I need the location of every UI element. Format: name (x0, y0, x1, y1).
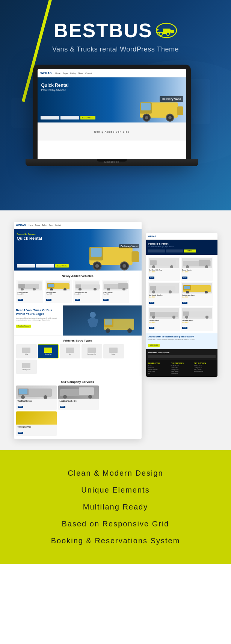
ss-services-grid: Van Bus Rentals MORE Loading (16, 385, 139, 436)
svg-rect-66 (79, 387, 94, 395)
pickup-icon (109, 348, 118, 353)
feature-unique-elements: Unique Elements (81, 486, 149, 494)
svg-rect-39 (48, 284, 54, 287)
ss-small-search: SEARCH (148, 249, 216, 252)
svg-point-80 (169, 290, 172, 293)
body-type-delivery-truck: Delivery Truck (16, 360, 37, 374)
svg-point-89 (172, 316, 175, 319)
body-type-moving-van: Moving Van (38, 344, 59, 358)
ss-small-header: WEKAS (146, 233, 217, 240)
ss-body-types-title: Vehicles Body Types (16, 339, 139, 342)
screenshot-small: WEKAS Vehicle's Fleet Our fleet starts f… (146, 233, 217, 377)
utility-icon (22, 348, 30, 353)
screen-form-area: Browse Vehicles (41, 116, 95, 119)
vehicle-price-1: From $0.0 (18, 293, 42, 295)
body-type-utility: Utility (16, 344, 37, 358)
svg-rect-83 (184, 286, 190, 289)
ss-small-time-input (166, 249, 183, 252)
svg-point-67 (63, 395, 67, 399)
svg-rect-57 (105, 319, 112, 325)
ss-small-v-img-1 (149, 258, 179, 268)
vehicle-img-3 (75, 281, 99, 290)
ss-large-nav: Home Pages Gallery News Contact (29, 224, 61, 226)
vehicle-card-1: Rolling Trucks From $0.0 RENT (16, 280, 43, 303)
svg-point-51 (90, 312, 96, 318)
ss-small-nl-input (148, 355, 216, 358)
passenger-van-icon (88, 348, 96, 353)
body-type-passenger-van: Passenger Van (82, 344, 102, 358)
ss-services: Our Company Services Van Bus Rentals (14, 377, 142, 439)
ss-vehicles-grid: Rolling Trucks From $0.0 RENT (16, 280, 139, 303)
ss-small-pickup-input (148, 249, 165, 252)
ss-small-fleet-title: Vehicle's Fleet (148, 242, 216, 245)
svg-point-23 (168, 116, 172, 119)
feature-clean-design: Clean & Modern Design (68, 469, 163, 478)
svg-rect-10 (159, 29, 163, 32)
vehicle-card-4: Dump Trucks From $0.0 RENT (102, 280, 129, 303)
ss-rent-image (63, 305, 142, 336)
ss-small-fleet-sub: Our fleet starts from 3yrs, 5yrs, & 2015 (148, 246, 216, 248)
svg-rect-91 (183, 311, 189, 316)
vehicle-price-2: From $0.0 (46, 293, 70, 295)
screen-hero-sub: Powered by Advance (41, 89, 69, 91)
ss-small-vehicle-3: 4x2 Single Cab Troy Save 70.00 RENT (148, 282, 180, 306)
ss-small-fleet: Vehicle's Fleet Our fleet starts from 3y… (146, 240, 217, 255)
ss-body-types: Vehicles Body Types Utility Moving Van V… (14, 336, 142, 377)
vehicle-img-1 (18, 281, 42, 290)
logo-text: BESTBUS (54, 21, 152, 40)
screen-nav: Home Pages Gallery News Contact (55, 72, 92, 74)
logo: BESTBUS (54, 21, 177, 40)
ss-small-newsletter: Newsletter Subscription (146, 349, 217, 360)
ss-time-input (36, 264, 54, 268)
ss-rent-btn: View Your Vehicle (16, 325, 31, 328)
ss-small-footer: INFORMATION About Us Testimonials Terms … (146, 360, 217, 377)
ss-pickup-input (17, 264, 35, 268)
vehicle-card-3: 4x4 Dual Cab Trp. From $0.0 RENT (73, 280, 100, 303)
ss-small-nl-title: Newsletter Subscription (148, 351, 216, 354)
moving-van-icon (44, 348, 52, 353)
ss-vehicles-section: Newly Added Vehicles Rolling Trucks From… (14, 271, 142, 305)
svg-rect-24 (177, 106, 183, 115)
macbook-frame: WEKAS Home Pages Gallery News Contact Qu… (33, 65, 191, 159)
svg-rect-78 (150, 286, 156, 290)
svg-point-79 (152, 290, 155, 293)
svg-rect-32 (131, 251, 139, 262)
svg-rect-34 (18, 284, 25, 288)
screenshots-section: WEKAS Home Pages Gallery News Contact Po… (0, 210, 231, 450)
ss-rent-body: Lorem ipsum dolor sit amet consectetur a… (16, 317, 60, 322)
ss-hero-subtitle: Powered by Advance (17, 233, 36, 235)
ss-body-grid: Utility Moving Van Van Passenger Van Pic… (16, 344, 139, 374)
vehicle-img-4 (103, 281, 127, 290)
svg-point-29 (95, 264, 99, 268)
svg-point-31 (122, 264, 126, 268)
service-img-truck (58, 385, 99, 399)
svg-point-21 (145, 116, 148, 119)
feature-booking-system: Booking & Reservations System (51, 537, 180, 545)
service-img-towing (16, 411, 57, 425)
svg-point-72 (170, 265, 173, 268)
screenshot-large: WEKAS Home Pages Gallery News Contact Po… (14, 222, 142, 439)
ss-small-cta-title: Do you want to transfer your goods faste… (148, 335, 216, 338)
service-body-van: Van Bus Rentals MORE (16, 399, 57, 410)
body-type-van: Van (60, 344, 80, 358)
body-type-pickup: Pickup (103, 344, 124, 358)
ss-vehicles-title: Newly Added Vehicles (16, 274, 139, 278)
ss-small-cta-text: Our fleet VEHICLE LILI KILI so that you … (148, 339, 216, 340)
svg-rect-47 (118, 283, 128, 289)
vehicle-price-4: From $0.0 (103, 293, 127, 295)
service-towing: Towing Service MORE (16, 411, 57, 436)
ss-small-v-img-5 (149, 308, 179, 319)
screen-bottom: Newly Added Vehicles (38, 122, 186, 141)
service-van-rental: Van Bus Rentals MORE (16, 385, 57, 410)
svg-rect-62 (19, 389, 27, 394)
ss-delivery-badge: Delivery Vans (119, 244, 139, 248)
vehicle-img-2 (46, 281, 70, 290)
ss-small-search-btn: SEARCH (184, 249, 196, 252)
screen-header: WEKAS Home Pages Gallery News Contact (38, 69, 186, 77)
screen-pickup-input (41, 116, 59, 119)
ss-small-vehicle-grid: 4x4 Dual Cab Troy Save 110.00 RENT Dump … (148, 257, 216, 331)
svg-rect-27 (91, 248, 101, 257)
footer-col-contact: GET IN TOUCH 100 Main Street Los Angeles… (194, 363, 215, 375)
screen-hero-text: Quick Rental Powered by Advance (41, 83, 69, 91)
vehicle-btn-4: RENT (103, 299, 109, 301)
